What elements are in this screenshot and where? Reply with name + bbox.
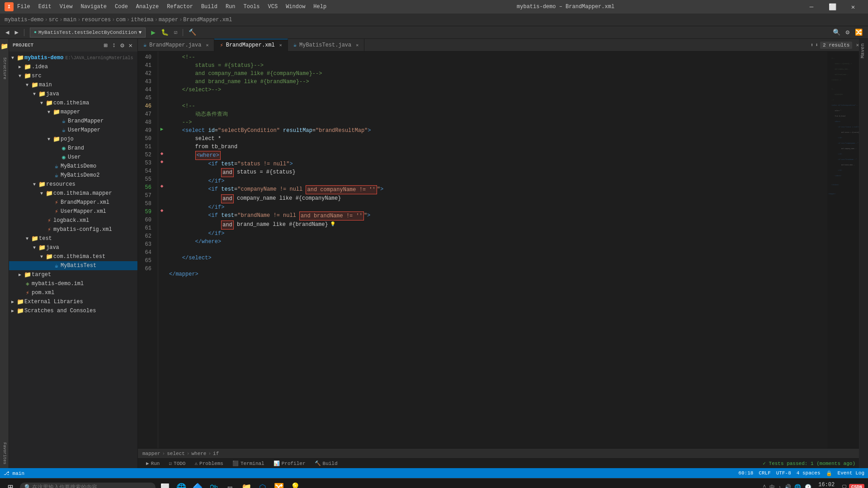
- structure-icon[interactable]: Structure: [0, 56, 9, 81]
- git-button[interactable]: 🔀: [853, 28, 864, 37]
- sidebar-item-external-libraries[interactable]: ▶ 📁 External Libraries: [9, 297, 137, 306]
- menu-view[interactable]: View: [56, 3, 76, 11]
- project-icon[interactable]: 📁: [0, 41, 10, 52]
- sidebar-collapse-btn[interactable]: ⊞: [102, 41, 108, 50]
- tab-brand-mapper-xml[interactable]: ⚡ BrandMapper.xml ✕: [214, 39, 288, 52]
- menu-tools[interactable]: Tools: [240, 3, 264, 11]
- menu-window[interactable]: Window: [282, 3, 309, 11]
- taskbar-notification[interactable]: 🗨: [842, 484, 847, 488]
- encoding[interactable]: UTF-8: [776, 470, 791, 476]
- breadcrumb-item[interactable]: resources: [81, 17, 111, 23]
- sidebar-item-pom-xml[interactable]: ⚡ pom.xml: [9, 288, 137, 297]
- search-button[interactable]: 🔍: [831, 28, 842, 37]
- run-button[interactable]: ▶: [149, 27, 157, 38]
- back-button[interactable]: ◀: [4, 28, 11, 37]
- sidebar-item-scratches-consoles[interactable]: ▶ 📁 Scratches and Consoles: [9, 306, 137, 315]
- bottom-tab-profiler[interactable]: 📊 Profiler: [269, 459, 310, 469]
- sidebar-item-logback-xml[interactable]: ⚡ logback.xml: [9, 216, 137, 225]
- sidebar-item-mybatis-demo-iml[interactable]: ◈ mybatis-demo.iml: [9, 279, 137, 288]
- sidebar-settings-btn[interactable]: ⚙: [119, 41, 125, 50]
- sidebar-item-mybatis-demo2[interactable]: ☕ MyBatisDemo2: [9, 171, 137, 180]
- sidebar-item-brand[interactable]: ◉ Brand: [9, 144, 137, 153]
- menu-vcs[interactable]: VCS: [264, 3, 282, 11]
- menu-edit[interactable]: Edit: [35, 3, 55, 11]
- breadcrumb-item[interactable]: mybatis-demo: [5, 17, 43, 23]
- taskbar-git[interactable]: 🔀: [272, 481, 286, 488]
- favorites-icon[interactable]: Favorites: [0, 441, 9, 466]
- taskbar-explorer[interactable]: 📁: [240, 481, 253, 488]
- run-config-selector[interactable]: ● MyBatisTest.testSelectByCondition ▼: [28, 27, 147, 38]
- sidebar-item-mybatis-demo[interactable]: ▼ 📁 mybatis-demo E:\JAVA_LearningMateria…: [9, 53, 137, 62]
- debug-button[interactable]: 🐛: [159, 28, 170, 37]
- sidebar-item-target[interactable]: ▶ 📁 target: [9, 270, 137, 279]
- maximize-button[interactable]: ⬜: [822, 0, 843, 14]
- bottom-tab-terminal[interactable]: ⬛ Terminal: [228, 459, 269, 469]
- settings-button[interactable]: ⚙: [844, 28, 851, 37]
- menu-help[interactable]: Help: [310, 3, 330, 11]
- sidebar-item-com-itheima[interactable]: ▼ 📁 com.itheima: [9, 99, 137, 108]
- sidebar-item-com-itheima-mapper[interactable]: ▼ 📁 com.itheima.mapper: [9, 189, 137, 198]
- line-ending[interactable]: CRLF: [759, 470, 770, 476]
- git-branch[interactable]: ⎇ main: [4, 470, 24, 476]
- bottom-tab-problems[interactable]: ⚠ Problems: [190, 459, 227, 469]
- taskbar-edge[interactable]: 🔷: [191, 481, 204, 488]
- breadcrumb-mapper[interactable]: mapper: [142, 451, 160, 456]
- sidebar-item-resources[interactable]: ▼ 📁 resources: [9, 180, 137, 189]
- breadcrumb-item[interactable]: BrandMapper.xml: [183, 17, 232, 23]
- breadcrumb-item[interactable]: src: [49, 17, 59, 23]
- sidebar-sort-btn[interactable]: ↕: [111, 41, 117, 50]
- breadcrumb-item[interactable]: main: [63, 17, 76, 23]
- sidebar-item-idea[interactable]: ▶ 📁 .idea: [9, 62, 137, 71]
- taskbar-search[interactable]: 🔍 在这里输入你要搜索的内容: [20, 483, 156, 488]
- sidebar-item-java-main[interactable]: ▼ 📁 java: [9, 89, 137, 99]
- sidebar-item-com-itheima-test[interactable]: ▼ 📁 com.itheima.test: [9, 252, 137, 261]
- forward-button[interactable]: ▶: [13, 28, 20, 37]
- bottom-tab-run[interactable]: ▶ Run: [142, 459, 164, 469]
- breadcrumb-item[interactable]: mapper: [159, 17, 178, 23]
- menu-analyze[interactable]: Analyze: [132, 3, 162, 11]
- taskbar-ie[interactable]: 🌐: [175, 481, 188, 488]
- menu-file[interactable]: File: [14, 3, 34, 11]
- taskbar-vscode[interactable]: ⬡: [256, 481, 269, 488]
- sidebar-item-main[interactable]: ▼ 📁 main: [9, 80, 137, 89]
- event-log[interactable]: Event Log: [838, 470, 864, 476]
- taskbar-mail[interactable]: ✉: [223, 481, 237, 488]
- breadcrumb-if[interactable]: if: [213, 451, 219, 456]
- close-button[interactable]: ✕: [843, 0, 863, 14]
- sidebar-item-user-mapper-xml[interactable]: ⚡ UserMapper.xml: [9, 207, 137, 216]
- sidebar-item-mapper[interactable]: ▼ 📁 mapper: [9, 108, 137, 117]
- code-editor[interactable]: 40 41 42 43 44 45 46 47 48 49 50 51 52 5…: [138, 52, 859, 448]
- menu-code[interactable]: Code: [111, 3, 132, 11]
- sidebar-item-test[interactable]: ▼ 📁 test: [9, 234, 137, 243]
- taskbar-store[interactable]: 🛍: [207, 481, 221, 488]
- sidebar-item-user[interactable]: ◉ User: [9, 153, 137, 162]
- menu-navigate[interactable]: Navigate: [77, 3, 110, 11]
- build-button[interactable]: 🔨: [187, 28, 198, 37]
- sidebar-close-btn[interactable]: ✕: [127, 41, 134, 50]
- tab-close-btn[interactable]: ✕: [279, 42, 282, 48]
- breadcrumb-item[interactable]: itheima: [131, 17, 153, 23]
- minimize-button[interactable]: —: [801, 0, 822, 14]
- sidebar-item-mybatis-test[interactable]: ☕ MyBatisTest: [9, 261, 137, 270]
- maven-tab[interactable]: Maven: [859, 39, 866, 63]
- breadcrumb-select[interactable]: select: [167, 451, 185, 456]
- sidebar-item-brand-mapper[interactable]: ☕ BrandMapper: [9, 117, 137, 126]
- tab-close-btn[interactable]: ✕: [206, 42, 208, 48]
- sidebar-item-src[interactable]: ▼ 📁 src: [9, 71, 137, 80]
- sidebar-item-mybatis-demo-class[interactable]: ☕ MyBatisDemo: [9, 162, 137, 171]
- bottom-tab-build[interactable]: 🔨 Build: [310, 459, 342, 469]
- sidebar-item-mybatis-config-xml[interactable]: ⚡ mybatis-config.xml: [9, 225, 137, 234]
- breadcrumb-where[interactable]: where: [191, 451, 206, 456]
- menu-build[interactable]: Build: [198, 3, 221, 11]
- sidebar-item-brand-mapper-xml[interactable]: ⚡ BrandMapper.xml: [9, 198, 137, 207]
- sidebar-item-pojo[interactable]: ▼ 📁 pojo: [9, 135, 137, 144]
- menu-run[interactable]: Run: [222, 3, 239, 11]
- taskbar-intellij[interactable]: 💡: [288, 481, 302, 488]
- code-content[interactable]: <!-- status = #{status}--> and company_n…: [165, 52, 827, 448]
- breadcrumb-item[interactable]: com: [116, 17, 126, 23]
- sidebar-item-java-test[interactable]: ▼ 📁 java: [9, 243, 137, 252]
- menu-refactor[interactable]: Refactor: [163, 3, 197, 11]
- indent[interactable]: 4 spaces: [797, 470, 821, 476]
- run-configuration[interactable]: ● MyBatisTest.testSelectByCondition ▼: [30, 28, 146, 38]
- tab-brand-mapper-java[interactable]: ☕ BrandMapper.java ✕: [138, 39, 214, 52]
